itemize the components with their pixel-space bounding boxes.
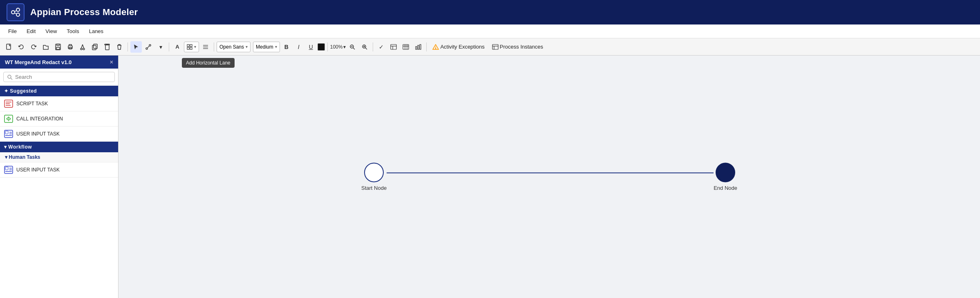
svg-rect-45	[420, 44, 421, 49]
menu-edit[interactable]: Edit	[22, 27, 40, 36]
sidebar-tab: WT MergeAnd Redact v1.0 ×	[0, 56, 118, 69]
menu-view[interactable]: View	[40, 27, 62, 36]
svg-line-14	[83, 44, 84, 48]
svg-rect-43	[416, 47, 417, 49]
italic-button[interactable]: I	[293, 41, 304, 53]
select-tool[interactable]	[130, 41, 142, 53]
svg-line-52	[11, 78, 12, 80]
sidebar-item-user-input-task[interactable]: USER INPUT TASK	[0, 127, 118, 142]
activity-exceptions-button[interactable]: Activity Exceptions	[429, 41, 488, 53]
bold-button[interactable]: B	[281, 41, 292, 53]
canvas[interactable]: Add Horizontal Lane Start Node End Node	[119, 56, 980, 298]
toolbar-sep-6	[426, 42, 427, 51]
script-task-icon	[4, 99, 13, 108]
sidebar-search	[0, 69, 118, 86]
user-input-task-label: USER INPUT TASK	[16, 131, 60, 137]
save-button[interactable]	[52, 41, 64, 53]
menu-tools[interactable]: Tools	[62, 27, 84, 36]
human-tasks-header: ▾ Human Tasks	[0, 152, 118, 162]
svg-rect-39	[403, 44, 409, 49]
call-integration-label: CALL INTEGRATION	[16, 116, 63, 122]
font-family-select[interactable]: Open Sans ▾	[217, 42, 251, 52]
app-header: Appian Process Modeler	[0, 0, 980, 24]
sidebar-item-script-task[interactable]: SCRIPT TASK	[0, 96, 118, 111]
connect-arrow[interactable]: ▾	[155, 41, 166, 53]
list-view-button[interactable]	[200, 41, 211, 53]
table-layout-button[interactable]	[388, 41, 399, 53]
copy-button[interactable]	[89, 41, 101, 53]
search-input[interactable]	[15, 74, 111, 80]
open-button[interactable]	[40, 41, 51, 53]
svg-line-3	[15, 11, 17, 11]
zoom-arrow: ▾	[343, 44, 346, 50]
user-input-task-workflow-label: USER INPUT TASK	[16, 167, 60, 173]
svg-rect-7	[57, 44, 59, 46]
menu-file[interactable]: File	[3, 27, 22, 36]
app-logo	[7, 3, 25, 21]
svg-rect-15	[94, 44, 97, 49]
cut-button[interactable]	[77, 41, 88, 53]
grid-select[interactable]: ▾	[184, 42, 199, 52]
toolbar-sep-5	[373, 42, 373, 51]
font-family-label: Open Sans	[219, 44, 244, 50]
svg-rect-16	[92, 45, 96, 50]
zoom-out-button[interactable]	[347, 41, 358, 53]
activity-exceptions-label: Activity Exceptions	[440, 44, 484, 50]
svg-rect-8	[56, 47, 60, 49]
start-node-label: Start Node	[361, 185, 387, 191]
main-layout: WT MergeAnd Redact v1.0 × ✦ Suggested	[0, 56, 980, 298]
svg-point-51	[8, 75, 11, 78]
flow-diagram: Start Node End Node	[361, 163, 737, 191]
bar-chart-button[interactable]	[412, 41, 424, 53]
font-size-label: Medium	[256, 44, 273, 50]
svg-rect-5	[7, 44, 11, 49]
menu-lanes[interactable]: Lanes	[84, 27, 108, 36]
paste-button[interactable]	[101, 41, 113, 53]
svg-point-11	[81, 48, 82, 50]
search-wrapper[interactable]	[3, 72, 115, 82]
print-button[interactable]	[65, 41, 76, 53]
svg-rect-48	[492, 44, 498, 49]
svg-rect-24	[187, 47, 189, 49]
svg-line-30	[353, 48, 355, 49]
svg-rect-22	[187, 44, 189, 47]
redo-button[interactable]	[28, 41, 39, 53]
checkmark-button[interactable]: ✓	[376, 41, 387, 53]
suggested-label: ✦ Suggested	[4, 88, 37, 94]
user-input-task-workflow-icon	[4, 165, 13, 174]
delete-button[interactable]	[114, 41, 125, 53]
zoom-in-button[interactable]	[359, 41, 370, 53]
connect-tool[interactable]	[143, 41, 154, 53]
svg-rect-23	[190, 44, 192, 47]
toolbar-sep-2	[169, 42, 169, 51]
add-lane-tooltip: Add Horizontal Lane	[182, 58, 235, 68]
toolbar-sep-3	[214, 42, 214, 51]
workflow-section-header: ▾ Workflow	[0, 142, 118, 152]
sidebar-item-user-input-task-workflow[interactable]: USER INPUT TASK	[0, 162, 118, 178]
grid-layout-button[interactable]	[400, 41, 412, 53]
process-instances-button[interactable]: Process Instances	[489, 41, 546, 53]
zoom-value: 100%	[330, 44, 343, 50]
toolbar: ▾ A ▾ Open Sans ▾ Medium ▾ B I U	[0, 38, 980, 56]
svg-rect-17	[105, 45, 109, 50]
start-node[interactable]	[364, 163, 384, 182]
new-button[interactable]	[3, 41, 15, 53]
svg-point-20	[149, 44, 151, 46]
color-picker[interactable]	[318, 43, 325, 51]
font-size-select[interactable]: Medium ▾	[253, 42, 280, 52]
underline-button[interactable]: U	[305, 41, 317, 53]
svg-line-33	[365, 48, 367, 49]
end-node[interactable]	[716, 163, 735, 182]
sidebar-item-call-integration[interactable]: CALL INTEGRATION	[0, 111, 118, 127]
text-tool[interactable]: A	[172, 41, 183, 53]
app-title: Appian Process Modeler	[30, 7, 138, 18]
flow-line	[387, 172, 714, 173]
suggested-section-header: ✦ Suggested	[0, 86, 118, 96]
svg-line-4	[15, 13, 17, 14]
svg-rect-36	[391, 44, 396, 49]
sidebar-close-button[interactable]: ×	[110, 59, 113, 65]
end-node-label: End Node	[714, 185, 737, 191]
user-input-task-icon	[4, 129, 13, 138]
undo-button[interactable]	[16, 41, 27, 53]
workflow-label: ▾ Workflow	[4, 144, 32, 150]
